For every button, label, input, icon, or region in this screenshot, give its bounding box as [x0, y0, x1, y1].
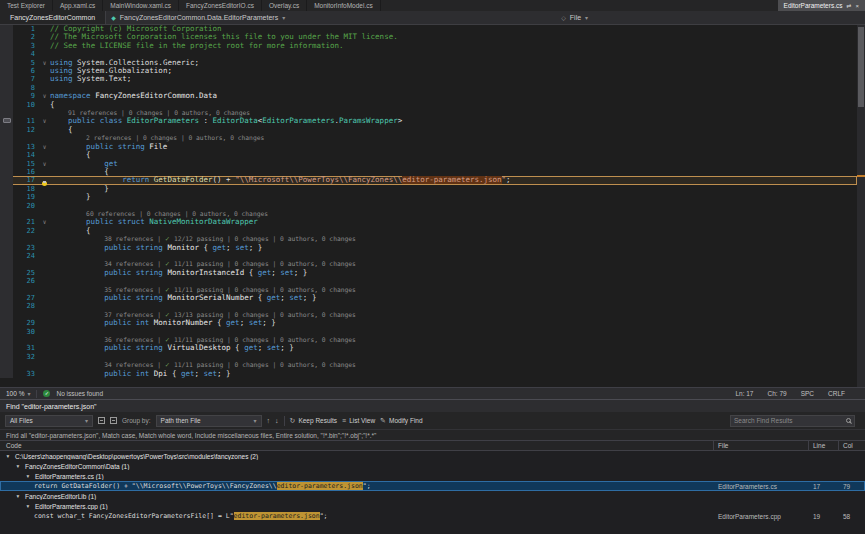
glyph-margin[interactable] [0, 218, 13, 226]
code-text[interactable]: { [50, 227, 857, 235]
glyph-margin[interactable] [0, 92, 13, 100]
code-line[interactable]: 19} [0, 193, 857, 201]
column-header-code[interactable]: Code [0, 441, 714, 450]
glyph-margin[interactable] [0, 50, 13, 58]
doc-tab-fancyzoneseditorcommon[interactable]: FancyZonesEditorCommon [0, 11, 106, 24]
code-line[interactable]: 6using System.Globalization; [0, 67, 857, 75]
expand-all-icon[interactable] [110, 417, 117, 424]
type-dropdown[interactable]: ◆ FancyZonesEditorCommon.Data.EditorPara… [111, 14, 561, 21]
editor-scrollbar[interactable] [857, 25, 865, 387]
code-text[interactable] [50, 277, 857, 285]
tab-editorparameters[interactable]: EditorParameters.cs ⇄ × [778, 0, 865, 11]
issues-status[interactable]: No issues found [56, 390, 103, 397]
glyph-margin[interactable] [0, 361, 13, 369]
glyph-margin[interactable] [0, 59, 13, 67]
code-text[interactable]: public string VirtualDesktop { get; set;… [50, 344, 857, 352]
code-text[interactable]: 60 references | 0 changes | 0 authors, 0… [50, 210, 857, 218]
glyph-margin[interactable] [0, 235, 13, 243]
glyph-margin[interactable] [0, 227, 13, 235]
code-line[interactable]: 9∨namespace FancyZonesEditorCommon.Data [0, 92, 857, 100]
glyph-margin[interactable] [0, 42, 13, 50]
code-text[interactable]: public string MonitorInstanceId { get; s… [50, 269, 857, 277]
code-text[interactable]: { [50, 101, 857, 109]
code-text[interactable]: 91 references | 0 changes | 0 authors, 0… [50, 109, 857, 117]
search-find-results-box[interactable] [730, 415, 855, 427]
code-text[interactable]: 34 references | ✓ 11/11 passing | 0 chan… [50, 260, 857, 268]
tab-monitorinfomodel-cs[interactable]: MonitorInfoModel.cs [307, 0, 381, 11]
code-text[interactable]: public class EditorParameters : EditorDa… [50, 117, 857, 125]
fold-chevron-icon[interactable]: ∨ [39, 117, 50, 125]
code-text[interactable]: using System.Collections.Generic; [50, 59, 857, 67]
code-text[interactable] [50, 50, 857, 58]
expander-icon[interactable]: ▾ [4, 453, 12, 459]
code-text[interactable]: public int Dpi { get; set; } [50, 370, 857, 378]
glyph-margin[interactable] [0, 109, 13, 117]
codelens-row[interactable]: 2 references | 0 changes | 0 authors, 0 … [0, 134, 857, 142]
glyph-margin[interactable] [0, 336, 13, 344]
code-line[interactable]: 32 [0, 353, 857, 361]
codelens-row[interactable]: 35 references | ✓ 11/11 passing | 0 chan… [0, 286, 857, 294]
glyph-margin[interactable] [0, 25, 13, 33]
tab-test-explorer[interactable]: Test Explorer [0, 0, 53, 11]
glyph-margin[interactable] [0, 134, 13, 142]
glyph-margin[interactable] [0, 252, 13, 260]
expander-icon[interactable]: ▾ [14, 463, 22, 469]
glyph-margin[interactable] [0, 302, 13, 310]
code-text[interactable]: // See the LICENSE file in the project r… [50, 42, 857, 50]
search-find-results-input[interactable] [734, 417, 843, 424]
code-text[interactable]: 2 references | 0 changes | 0 authors, 0 … [50, 134, 857, 142]
code-line[interactable]: 10{ [0, 101, 857, 109]
code-text[interactable] [50, 353, 857, 361]
code-line[interactable]: 3// See the LICENSE file in the project … [0, 42, 857, 50]
code-text[interactable]: 36 references | ✓ 11/11 passing | 0 chan… [50, 336, 857, 344]
tab-mainwindow-xaml-cs[interactable]: MainWindow.xaml.cs [103, 0, 179, 11]
scrollbar-thumb[interactable] [858, 27, 864, 107]
code-text[interactable]: 34 references | ✓ 11/11 passing | 0 chan… [50, 361, 857, 369]
code-text[interactable]: } [50, 185, 857, 193]
glyph-margin[interactable] [0, 370, 13, 378]
result-group-row[interactable]: ▾C:\Users\zhaopengwang\Desktop\powertoys… [0, 451, 865, 461]
spaces-indicator[interactable]: SPC [801, 390, 814, 397]
expander-icon[interactable]: ▾ [24, 503, 32, 509]
glyph-margin[interactable] [0, 160, 13, 168]
code-line[interactable]: 2// The Microsoft Corporation licenses t… [0, 33, 857, 41]
code-line[interactable]: 5∨using System.Collections.Generic; [0, 59, 857, 67]
code-text[interactable] [50, 252, 857, 260]
glyph-margin[interactable] [0, 67, 13, 75]
glyph-margin[interactable] [0, 277, 13, 285]
glyph-margin[interactable] [0, 185, 13, 193]
keep-results-button[interactable]: ↻ Keep Results [290, 417, 338, 425]
tab-app-xaml-cs[interactable]: App.xaml.cs [53, 0, 103, 11]
fold-chevron-icon[interactable]: ∨ [39, 59, 50, 67]
code-text[interactable]: { [50, 168, 857, 176]
group-by-dropdown[interactable]: Path then File ▾ [156, 415, 262, 427]
column-header-line[interactable]: Line [809, 441, 839, 450]
list-view-button[interactable]: ≡ List View [342, 417, 375, 424]
code-line[interactable]: 7using System.Text; [0, 75, 857, 83]
code-text[interactable]: } [50, 193, 857, 201]
fold-chevron-icon[interactable]: ∨ [39, 160, 50, 168]
codelens-row[interactable]: 36 references | ✓ 11/11 passing | 0 chan… [0, 336, 857, 344]
tab-fancyzoneseditorio-cs[interactable]: FancyZonesEditorIO.cs [179, 0, 262, 11]
glyph-margin[interactable] [0, 176, 13, 184]
glyph-margin[interactable] [0, 344, 13, 352]
code-text[interactable]: get [50, 160, 857, 168]
result-group-row[interactable]: ▾EditorParameters.cpp (1) [0, 501, 865, 511]
result-match-row[interactable]: const wchar_t FancyZonesEditorParameters… [0, 511, 865, 521]
code-text[interactable]: public struct NativeMonitorDataWrapper [50, 218, 857, 226]
code-text[interactable] [50, 202, 857, 210]
codelens-row[interactable]: 60 references | 0 changes | 0 authors, 0… [0, 210, 857, 218]
glyph-margin[interactable] [0, 269, 13, 277]
code-line[interactable]: 13∨public string File [0, 143, 857, 151]
code-line[interactable]: 11∨public class EditorParameters : Edito… [0, 117, 857, 125]
previous-match-icon[interactable]: ↑ [267, 417, 271, 424]
code-line[interactable]: 30 [0, 328, 857, 336]
code-line[interactable]: 16{ [0, 168, 857, 176]
code-line[interactable]: 28 [0, 302, 857, 310]
code-line[interactable]: 12{ [0, 126, 857, 134]
glyph-margin[interactable] [0, 143, 13, 151]
glyph-margin[interactable] [0, 244, 13, 252]
eol-indicator[interactable]: CRLF [828, 390, 845, 397]
codelens-row[interactable]: 37 references | ✓ 13/13 passing | 0 chan… [0, 311, 857, 319]
code-text[interactable]: public string File [50, 143, 857, 151]
